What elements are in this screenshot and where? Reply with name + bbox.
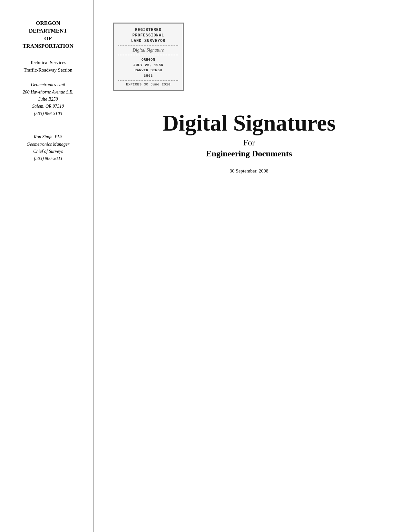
org-line3: OF xyxy=(44,35,52,42)
seal-line1: REGISTERED xyxy=(135,28,161,32)
org-name: OREGON DEPARTMENT OF TRANSPORTATION xyxy=(10,19,86,50)
seal-divider-top xyxy=(118,45,178,46)
org-line2: DEPARTMENT xyxy=(29,28,67,34)
tech-services-line1: Technical Services xyxy=(30,60,66,65)
document-date: 30 September, 2008 xyxy=(113,168,385,174)
address-block: Geometronics Unit 200 Hawthorne Avenue S… xyxy=(10,81,86,117)
seal-box: REGISTERED PROFESSIONAL LAND SURVEYOR Di… xyxy=(113,23,184,91)
seal-state: OREGON xyxy=(142,58,155,62)
address-unit: Geometronics Unit xyxy=(31,82,65,87)
seal-expires: EXPIRES 30 June 2010 xyxy=(118,83,178,86)
org-line4: TRANSPORTATION xyxy=(23,43,73,49)
address-phone: (503) 986-3103 xyxy=(34,111,62,116)
seal-date: JULY 26, 1988 xyxy=(133,63,163,67)
seal-info: OREGON JULY 26, 1988 RANVIR SINGH 3563 xyxy=(118,57,178,78)
contact-title2: Chief of Surveys xyxy=(33,149,63,154)
seal-container: REGISTERED PROFESSIONAL LAND SURVEYOR Di… xyxy=(113,23,184,91)
seal-divider-bottom xyxy=(118,55,178,55)
subtitle-engineering: Engineering Documents xyxy=(113,149,385,159)
main-content: REGISTERED PROFESSIONAL LAND SURVEYOR Di… xyxy=(93,0,411,532)
seal-registered: REGISTERED PROFESSIONAL LAND SURVEYOR xyxy=(118,27,178,44)
page: OREGON DEPARTMENT OF TRANSPORTATION Tech… xyxy=(0,0,411,532)
org-line1: OREGON xyxy=(36,20,60,26)
address-suite: Suite B250 xyxy=(38,97,58,102)
seal-name: RANVIR SINGH xyxy=(134,68,162,72)
address-city: Salem, OR 97310 xyxy=(32,104,64,109)
seal-line2: PROFESSIONAL xyxy=(132,33,164,38)
subtitle-for: For xyxy=(113,138,385,148)
contact-title1: Geometronics Manager xyxy=(27,142,70,147)
title-section: Digital Signatures For Engineering Docum… xyxy=(113,111,385,174)
contact-block: Ron Singh, PLS Geometronics Manager Chie… xyxy=(10,133,86,163)
tech-services-line2: Traffic-Roadway Section xyxy=(24,67,72,73)
contact-name: Ron Singh, PLS xyxy=(34,134,62,139)
seal-signature-label: Digital Signature xyxy=(118,48,178,53)
seal-divider-expires xyxy=(118,80,178,81)
seal-line3: LAND SURVEYOR xyxy=(131,39,166,43)
contact-phone: (503) 986-3033 xyxy=(34,156,62,161)
seal-number: 3563 xyxy=(144,74,153,78)
sidebar: OREGON DEPARTMENT OF TRANSPORTATION Tech… xyxy=(0,0,93,532)
address-street: 200 Hawthorne Avenue S.E. xyxy=(23,90,73,94)
main-title: Digital Signatures xyxy=(162,111,336,135)
tech-services: Technical Services Traffic-Roadway Secti… xyxy=(10,59,86,74)
